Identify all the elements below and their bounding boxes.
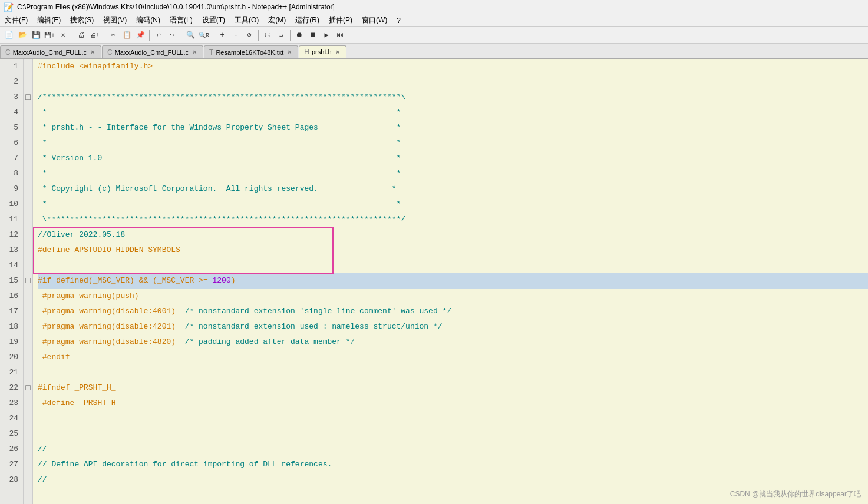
fold-markers: □ □ □ <box>24 59 33 504</box>
fold-9 <box>24 181 32 197</box>
menu-plugins[interactable]: 插件(P) <box>324 14 357 26</box>
code-text-9: * Copyright (c) Microsoft Corporation. A… <box>38 181 397 197</box>
tab-label-4: prsht.h <box>312 48 332 55</box>
code-text-10: * * <box>38 197 401 212</box>
macro-save-button[interactable]: ⏮ <box>334 29 346 42</box>
zoom-reset-button[interactable]: ⊙ <box>243 29 256 42</box>
fold-4 <box>24 105 32 120</box>
code-line-1: #include <winapifamily.h> <box>38 59 868 74</box>
fold-22[interactable]: □ <box>24 380 32 396</box>
app-icon: 📝 <box>4 2 14 12</box>
new-button[interactable]: 📄 <box>2 29 15 42</box>
cut-button[interactable]: ✂ <box>107 29 120 42</box>
copy-button[interactable]: 📋 <box>120 29 133 42</box>
code-line-16: #pragma warning(push) <box>38 289 868 304</box>
fold-12 <box>24 227 32 243</box>
fold-10 <box>24 197 32 212</box>
fold-15[interactable]: □ <box>24 273 32 289</box>
find-button[interactable]: 🔍 <box>184 29 197 42</box>
code-line-25 <box>38 426 868 442</box>
code-text-6: * * <box>38 135 401 151</box>
zoom-in-button[interactable]: + <box>216 29 229 42</box>
code-text-15b: _MSC_VER <box>93 273 130 289</box>
menu-view[interactable]: 视图(V) <box>98 14 131 26</box>
code-line-2 <box>38 74 868 89</box>
tab-close-3[interactable]: ✕ <box>286 49 293 55</box>
code-line-15: #if defined(_MSC_VER) && (_MSC_VER >= 12… <box>38 273 868 289</box>
code-editor[interactable]: #include <winapifamily.h> /*************… <box>33 59 868 504</box>
menu-file[interactable]: 文件(F) <box>0 14 32 26</box>
sync-scroll-button[interactable]: ↕↕ <box>261 29 274 42</box>
code-text-23: #define _PRSHT_H_ <box>38 396 120 411</box>
code-line-6: * * <box>38 135 868 151</box>
menu-encoding[interactable]: 编码(N) <box>131 14 165 26</box>
fold-25 <box>24 426 32 442</box>
toolbar-separator-4 <box>181 30 181 41</box>
fold-28 <box>24 472 32 488</box>
menu-help[interactable]: ? <box>392 15 405 26</box>
tab-resample[interactable]: T Resample16KTo48K.txt ✕ <box>204 45 298 58</box>
print-button[interactable]: 🖨 <box>75 29 88 42</box>
tab-prsht[interactable]: H prsht.h ✕ <box>299 45 346 58</box>
menu-tools[interactable]: 工具(O) <box>230 14 263 26</box>
fold-24 <box>24 411 32 426</box>
tab-label-1: MaxxAudio_Cmd_FULL.c <box>13 49 87 56</box>
code-text-18a: #pragma warning(disable:4201) <box>38 319 185 334</box>
macro-play-button[interactable]: ▶ <box>320 29 333 42</box>
undo-button[interactable]: ↩ <box>152 29 165 42</box>
fold-18 <box>24 319 32 334</box>
menu-run[interactable]: 运行(R) <box>291 14 324 26</box>
tab-maxxaudio-2[interactable]: C MaxxAudio_Cmd_FULL.c ✕ <box>102 45 203 58</box>
code-text-15f: 1200 <box>213 273 231 289</box>
print-now-button[interactable]: 🖨! <box>88 29 101 42</box>
tab-close-2[interactable]: ✕ <box>191 49 198 55</box>
code-line-24 <box>38 411 868 426</box>
code-text-17a: #pragma warning(disable:4001) <box>38 304 185 319</box>
code-text-12: //Oliver 2022.05.18 <box>38 227 125 243</box>
fold-17 <box>24 304 32 319</box>
menu-language[interactable]: 语言(L) <box>165 14 197 26</box>
redo-button[interactable]: ↪ <box>166 29 179 42</box>
tab-close-4[interactable]: ✕ <box>334 49 341 55</box>
tab-icon-1: C <box>5 48 11 57</box>
macro-record-button[interactable]: ⏺ <box>293 29 306 42</box>
close-button[interactable]: ✕ <box>57 29 70 42</box>
tab-icon-2: C <box>107 48 113 57</box>
fold-8 <box>24 166 32 181</box>
tab-close-1[interactable]: ✕ <box>89 49 96 55</box>
code-line-5: * prsht.h - - Interface for the Windows … <box>38 120 868 135</box>
tab-icon-4: H <box>304 48 309 56</box>
tab-label-2: MaxxAudio_Cmd_FULL.c <box>115 49 189 56</box>
code-text-19b: /* padding added after data member */ <box>185 334 355 350</box>
code-text-15c: ) && ( <box>130 273 157 289</box>
code-text-8: * * <box>38 166 401 181</box>
tab-label-3: Resample16KTo48K.txt <box>216 49 283 56</box>
code-text-18b: /* nonstandard extension used : nameless… <box>185 319 443 334</box>
tab-maxxaudio-1[interactable]: C MaxxAudio_Cmd_FULL.c ✕ <box>0 45 101 58</box>
menu-bar: 文件(F) 编辑(E) 搜索(S) 视图(V) 编码(N) 语言(L) 设置(T… <box>0 14 868 27</box>
paste-button[interactable]: 📌 <box>134 29 147 42</box>
fold-3[interactable]: □ <box>24 89 32 105</box>
find-replace-button[interactable]: 🔍R <box>197 29 210 42</box>
code-line-8: * * <box>38 166 868 181</box>
code-line-22: #ifndef _PRSHT_H_ <box>38 380 868 396</box>
menu-settings[interactable]: 设置(T) <box>197 14 230 26</box>
open-button[interactable]: 📂 <box>16 29 29 42</box>
menu-search[interactable]: 搜索(S) <box>65 14 98 26</box>
tab-bar: C MaxxAudio_Cmd_FULL.c ✕ C MaxxAudio_Cmd… <box>0 44 868 59</box>
macro-stop-button[interactable]: ⏹ <box>306 29 319 42</box>
tab-icon-3: T <box>209 48 213 57</box>
zoom-out-button[interactable]: - <box>229 29 242 42</box>
word-wrap-button[interactable]: ↵ <box>275 29 288 42</box>
menu-macro[interactable]: 宏(M) <box>263 14 291 26</box>
menu-window[interactable]: 窗口(W) <box>357 14 392 26</box>
save-all-button[interactable]: 💾+ <box>43 29 56 42</box>
code-text-7: * Version 1.0 * <box>38 151 401 166</box>
watermark: CSDN @就当我从你的世界disappear了吧 <box>730 489 861 499</box>
menu-edit[interactable]: 编辑(E) <box>32 14 65 26</box>
fold-27 <box>24 457 32 472</box>
save-button[interactable]: 💾 <box>29 29 42 42</box>
code-line-27: // Define API decoration for direct impo… <box>38 457 868 472</box>
code-text-15e: >= <box>194 273 212 289</box>
code-line-18: #pragma warning(disable:4201) /* nonstan… <box>38 319 868 334</box>
